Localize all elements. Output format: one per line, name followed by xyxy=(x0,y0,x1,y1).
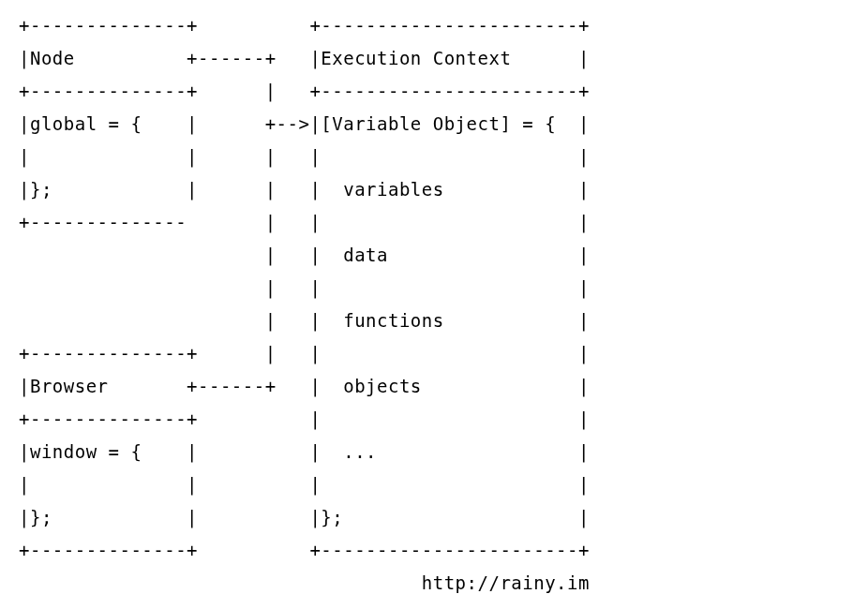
diagram-line: | | data | xyxy=(19,245,590,265)
diagram-line: |global = { | +-->|[Variable Object] = {… xyxy=(19,113,590,134)
diagram-line: +--------------+ +----------------------… xyxy=(19,540,590,560)
diagram-line: | | functions | xyxy=(19,310,590,331)
ascii-diagram: +--------------+ +----------------------… xyxy=(0,0,868,594)
diagram-line: | | | | xyxy=(19,474,590,495)
diagram-line: |Node +------+ |Execution Context | xyxy=(19,48,590,68)
diagram-line: |}; | | | variables | xyxy=(19,179,590,200)
diagram-line: +--------------+ +----------------------… xyxy=(19,15,590,36)
diagram-line: +-------------- | | | xyxy=(19,212,590,232)
diagram-line: |Browser +------+ | objects | xyxy=(19,376,590,396)
diagram-line: |window = { | | ... | xyxy=(19,441,590,462)
diagram-line: +--------------+ | | | xyxy=(19,343,590,364)
diagram-line: +--------------+ | | xyxy=(19,408,590,429)
footer-url: http://rainy.im xyxy=(19,572,590,593)
diagram-line: | | | xyxy=(19,277,590,298)
diagram-line: +--------------+ | +--------------------… xyxy=(19,81,590,101)
diagram-line: |}; | |}; | xyxy=(19,507,590,527)
diagram-line: | | | | | xyxy=(19,146,590,167)
